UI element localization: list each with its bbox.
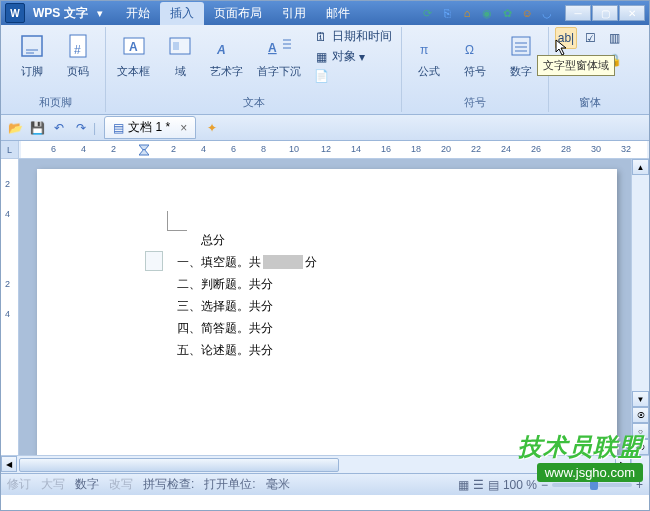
tab-insert[interactable]: 插入 (160, 2, 204, 25)
status-unit[interactable]: 毫米 (266, 476, 290, 493)
tab-layout[interactable]: 页面布局 (204, 2, 272, 25)
svg-text:A: A (216, 43, 226, 57)
tooltip: 文字型窗体域 (537, 55, 615, 76)
tab-reference[interactable]: 引用 (272, 2, 316, 25)
copy-icon[interactable]: ⎘ (439, 5, 455, 21)
ribbon-group-symbol: π 公式 Ω 符号 数字 符号 (402, 27, 549, 112)
list-item: 二、判断题。共分 (177, 273, 617, 295)
horizontal-ruler[interactable]: L 6 4 2 2 4 6 8 10 12 14 16 18 20 22 24 … (1, 141, 649, 159)
open-button[interactable]: 📂 (5, 118, 25, 138)
scroll-up-button[interactable]: ▲ (632, 159, 649, 175)
zoom-in-button[interactable]: + (636, 478, 643, 492)
equation-button[interactable]: π 公式 (408, 27, 450, 82)
doc-icon: ▤ (113, 121, 124, 135)
next-page-button[interactable]: ⦿ (632, 439, 649, 455)
ribbon: 订脚 # 页码 和页脚 A 文本框 域 A 艺术字 A (1, 25, 649, 115)
pi-icon: π (413, 30, 445, 62)
dropcap-button[interactable]: A 首字下沉 (252, 27, 306, 82)
ribbon-tabs: 开始 插入 页面布局 引用 邮件 (116, 1, 360, 25)
horizontal-scrollbar[interactable]: ◀ ▶ (1, 455, 649, 473)
prev-page-button[interactable]: ⦿ (632, 407, 649, 423)
redo-button[interactable]: ↷ (71, 118, 91, 138)
status-track[interactable]: 修订 (7, 476, 31, 493)
datetime-button[interactable]: 🗓日期和时间 (310, 27, 395, 46)
scroll-track[interactable] (632, 175, 649, 391)
zoom-thumb[interactable] (590, 480, 598, 490)
save-button[interactable]: 💾 (27, 118, 47, 138)
misc-button[interactable]: 📄 (310, 67, 395, 85)
scroll-h-track[interactable] (17, 456, 615, 473)
tab-start[interactable]: 开始 (116, 2, 160, 25)
textbox-button[interactable]: A 文本框 (112, 27, 155, 82)
title-right: ⟳ ⎘ ⌂ ◉ ✿ ☺ ◡ ─ ▢ ✕ (419, 5, 649, 21)
symbol-button[interactable]: Ω 符号 (454, 27, 496, 82)
number-button[interactable]: 数字 (500, 27, 542, 82)
wifi-icon[interactable]: ◡ (539, 5, 555, 21)
ribbon-group-header-footer: 订脚 # 页码 和页脚 (5, 27, 106, 112)
app-menu-dropdown-icon[interactable]: ▾ (92, 5, 108, 21)
status-num[interactable]: 数字 (75, 476, 99, 493)
zoom-out-button[interactable]: − (541, 478, 548, 492)
app-title: WPS 文字 (29, 5, 92, 22)
page-area[interactable]: 总分 一、填空题。共分 二、判断题。共分 三、选择题。共分 四、简答题。共分 五… (19, 159, 631, 455)
document-tab[interactable]: ▤ 文档 1 * × (104, 116, 196, 139)
ruler-ticks: 6 4 2 2 4 6 8 10 12 14 16 18 20 22 24 26… (21, 141, 647, 158)
ribbon-group-form: ab| ☑ ▥ ▤ ⟲ 🔒 窗体 文字型窗体域 (549, 27, 631, 112)
scroll-right-button[interactable]: ▶ (615, 456, 631, 472)
undo-button[interactable]: ↶ (49, 118, 69, 138)
scroll-thumb[interactable] (19, 458, 339, 472)
user-icon[interactable]: ☺ (519, 5, 535, 21)
browse-object-button[interactable]: ○ (632, 423, 649, 439)
checkbox-form-button[interactable]: ☑ (579, 27, 601, 49)
new-tab-button[interactable]: ✦ (202, 118, 222, 138)
zoom-slider[interactable] (552, 483, 632, 487)
status-overwrite[interactable]: 改写 (109, 476, 133, 493)
list-item: 四、简答题。共分 (177, 317, 617, 339)
field-icon (164, 30, 196, 62)
zoom-value[interactable]: 100 % (503, 478, 537, 492)
scroll-left-button[interactable]: ◀ (1, 456, 17, 472)
checkbox-icon: ☑ (582, 30, 598, 46)
indent-marker[interactable] (139, 141, 149, 159)
maximize-button[interactable]: ▢ (592, 5, 618, 21)
minimize-button[interactable]: ─ (565, 5, 591, 21)
refresh-icon[interactable]: ⟳ (419, 5, 435, 21)
home-icon[interactable]: ⌂ (459, 5, 475, 21)
group-label: 符号 (464, 93, 486, 112)
close-tab-button[interactable]: × (180, 121, 187, 135)
view-print-icon[interactable]: ▦ (458, 478, 469, 492)
group-label: 文本 (243, 93, 265, 112)
field-button[interactable]: 域 (159, 27, 201, 82)
vertical-ruler[interactable]: 2 4 2 4 (1, 159, 19, 455)
page-number-button[interactable]: # 页码 (57, 27, 99, 82)
status-caps[interactable]: 大写 (41, 476, 65, 493)
svg-marker-21 (139, 149, 149, 155)
footnote-button[interactable]: 订脚 (11, 27, 53, 82)
object-button[interactable]: ▦对象▾ (310, 47, 395, 66)
page: 总分 一、填空题。共分 二、判断题。共分 三、选择题。共分 四、简答题。共分 五… (37, 169, 617, 455)
scroll-down-button[interactable]: ▼ (632, 391, 649, 407)
page-content[interactable]: 总分 一、填空题。共分 二、判断题。共分 三、选择题。共分 四、简答题。共分 五… (37, 169, 617, 361)
scroll-corner (631, 456, 649, 474)
close-button[interactable]: ✕ (619, 5, 645, 21)
tab-mail[interactable]: 邮件 (316, 2, 360, 25)
globe-icon[interactable]: ◉ (479, 5, 495, 21)
view-outline-icon[interactable]: ☰ (473, 478, 484, 492)
dropdown-form-button[interactable]: ▥ (603, 27, 625, 49)
status-spell[interactable]: 拼写检查: (143, 476, 194, 493)
chevron-down-icon: ▾ (359, 50, 365, 64)
ribbon-group-text: A 文本框 域 A 艺术字 A 首字下沉 🗓日期和时间 ▦对象▾ 📄 文本 (106, 27, 402, 112)
svg-rect-8 (173, 42, 179, 50)
content-area: 2 4 2 4 总分 一、填空题。共分 二、判断题。共分 三、选择题。共分 四、… (1, 159, 649, 455)
vertical-scrollbar[interactable]: ▲ ▼ ⦿ ○ ⦿ (631, 159, 649, 455)
wordart-button[interactable]: A 艺术字 (205, 27, 248, 82)
app-icon[interactable]: W (5, 3, 25, 23)
doc-tab-name: 文档 1 * (128, 119, 170, 136)
paragraph-mark-icon (145, 251, 163, 271)
margin-corner-mark (167, 211, 187, 231)
form-field-blank[interactable] (263, 255, 303, 269)
view-web-icon[interactable]: ▤ (488, 478, 499, 492)
list-item: 五、论述题。共分 (177, 339, 617, 361)
group-label: 窗体 (579, 93, 601, 112)
plant-icon[interactable]: ✿ (499, 5, 515, 21)
